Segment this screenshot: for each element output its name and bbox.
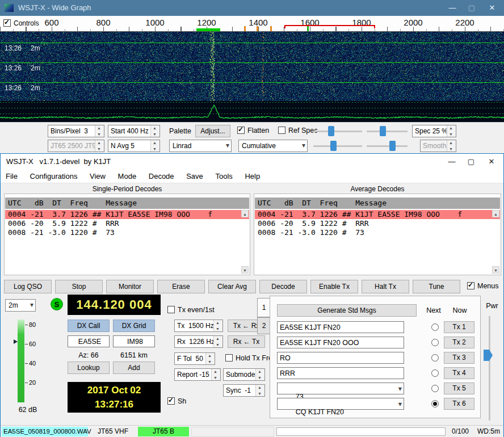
decode-row[interactable]: 0008 -21 -3.0 1220 # 73 xyxy=(255,228,500,237)
generate-std-msgs-button[interactable]: Generate Std Msgs xyxy=(277,304,417,317)
slider-handle[interactable] xyxy=(328,126,334,136)
enable-tx-button[interactable]: Enable Tx xyxy=(310,280,358,293)
checkbox-box[interactable] xyxy=(278,127,285,134)
pwr-slider-groove[interactable] xyxy=(489,316,490,421)
controls-checkbox[interactable]: Controls xyxy=(3,19,39,27)
checkbox-box[interactable] xyxy=(225,354,233,362)
tx5-message-combo[interactable]: 73 ▾ xyxy=(277,383,404,394)
ref-spec-checkbox[interactable]: Ref Spec xyxy=(278,127,317,135)
tx3-message-field[interactable]: RO xyxy=(277,352,404,364)
minimize-button[interactable]: — xyxy=(442,154,461,170)
erase-button[interactable]: Erase xyxy=(157,280,205,293)
tx4-button[interactable]: Tx 4 xyxy=(444,367,474,379)
n-avg-spinner[interactable]: N Avg 5 xyxy=(108,140,160,152)
menus-checkbox[interactable]: Menus xyxy=(467,282,499,290)
tab-2[interactable]: 2 xyxy=(257,317,270,334)
tx2-message-field[interactable]: EA5SE K1JT FN20 OOO xyxy=(277,337,404,348)
decode-table[interactable]: 0004 -21 3.7 1226 ## K1JT EA5SE IM98 OOO… xyxy=(255,210,500,274)
menu-help[interactable]: Help xyxy=(240,170,265,180)
spin-arrows-icon[interactable] xyxy=(211,369,220,380)
checkbox-box[interactable] xyxy=(167,397,175,405)
menu-decode[interactable]: Decode xyxy=(144,170,179,180)
zero2-slider[interactable] xyxy=(367,140,408,152)
tx4-message-field[interactable]: RRR xyxy=(277,367,404,379)
dx-grid-button[interactable]: DX Grid xyxy=(113,320,155,332)
gain-slider[interactable] xyxy=(313,125,362,137)
decode-row[interactable]: 0004 -21 3.7 1226 ## K1JT EA5SE IM98 OOO… xyxy=(255,210,500,219)
main-titlebar[interactable]: WSJT-X v1.7.1-devel by K1JT — ▢ ✕ xyxy=(1,154,503,170)
menu-save[interactable]: Save xyxy=(181,170,208,180)
spin-arrows-icon[interactable] xyxy=(447,125,456,137)
waterfall[interactable]: 13:262m 13:262m 13:262m xyxy=(0,32,504,122)
spin-arrows-icon[interactable] xyxy=(213,336,222,347)
menu-tools[interactable]: Tools xyxy=(210,170,237,180)
wide-graph-titlebar[interactable]: WSJT-X - Wide Graph — ▢ ✕ xyxy=(0,0,504,16)
clear-avg-button[interactable]: Clear Avg xyxy=(208,280,256,293)
close-button[interactable]: ✕ xyxy=(482,154,501,170)
add-button[interactable]: Add xyxy=(113,362,155,374)
halt-tx-button[interactable]: Halt Tx xyxy=(362,280,409,293)
checkbox-box[interactable] xyxy=(237,127,245,134)
decode-row[interactable]: 0008 -21 -3.0 1220 # 73 xyxy=(5,228,249,237)
stop-button[interactable]: Stop xyxy=(55,280,103,293)
rx-freq-marker[interactable] xyxy=(196,28,220,31)
spin-arrows-icon[interactable] xyxy=(255,385,264,396)
scrollbar[interactable]: ▲▼ xyxy=(492,210,499,274)
submode-spinner[interactable]: Submode B xyxy=(223,368,265,381)
sync-spinner[interactable]: Sync -1 xyxy=(223,384,265,397)
f-tol-spinner[interactable]: F Tol 50 xyxy=(174,352,215,365)
tx2-button[interactable]: Tx 2 xyxy=(444,337,474,348)
log-qso-button[interactable]: Log QSO xyxy=(4,280,52,293)
scroll-down-icon[interactable]: ▼ xyxy=(492,266,499,274)
spin-arrows-icon[interactable] xyxy=(150,140,159,152)
hold-tx-freq-checkbox[interactable]: Hold Tx Freq xyxy=(225,354,276,362)
tx2-radio[interactable] xyxy=(431,339,439,346)
slider-handle[interactable] xyxy=(330,141,337,151)
scroll-down-icon[interactable]: ▼ xyxy=(241,266,249,274)
bins-per-pixel-spinner[interactable]: Bins/Pixel 3 xyxy=(48,125,104,137)
sh-checkbox[interactable]: Sh xyxy=(167,397,186,405)
lookup-button[interactable]: Lookup xyxy=(68,362,110,374)
tx6-message-combo[interactable]: CQ K1JT FN20 ▾ xyxy=(277,398,404,410)
menu-view[interactable]: View xyxy=(85,170,111,180)
tx3-button[interactable]: Tx 3 xyxy=(444,352,474,364)
decode-row[interactable]: 0004 -21 3.7 1226 ## K1JT EA5SE IM98 OOO… xyxy=(5,210,249,219)
checkbox-box[interactable] xyxy=(167,306,175,313)
scrollbar[interactable]: ▲▼ xyxy=(241,210,249,274)
gain2-slider[interactable] xyxy=(313,140,362,152)
tx6-radio[interactable] xyxy=(431,400,439,407)
tx5-button[interactable]: Tx 5 xyxy=(444,383,474,394)
tx1-radio[interactable] xyxy=(431,323,439,331)
waterfall-canvas[interactable] xyxy=(0,32,504,122)
maximize-button[interactable]: ▢ xyxy=(461,154,481,170)
close-button[interactable]: ✕ xyxy=(482,0,502,16)
spin-arrows-icon[interactable] xyxy=(255,369,264,380)
spin-arrows-icon[interactable] xyxy=(213,320,222,331)
checkbox-box[interactable] xyxy=(3,19,11,27)
checkbox-box[interactable] xyxy=(467,282,474,289)
scroll-up-icon[interactable]: ▲ xyxy=(492,210,499,217)
spin-arrows-icon[interactable] xyxy=(150,125,159,137)
menu-configurations[interactable]: Configurations xyxy=(25,170,83,180)
tx1-message-field[interactable]: EA5SE K1JT FN20 xyxy=(277,321,404,333)
dx-call-button[interactable]: DX Call xyxy=(68,320,110,332)
adjust-button[interactable]: Adjust... xyxy=(195,125,230,137)
display-mode-combobox[interactable]: Cumulative▾ xyxy=(238,140,308,152)
dx-call-field[interactable]: EA5SE xyxy=(68,335,110,347)
spin-arrows-icon[interactable] xyxy=(205,353,215,364)
decode-row[interactable]: 0006 -20 5.9 1222 # RRR xyxy=(255,219,500,228)
decode-button[interactable]: Decode xyxy=(259,280,307,293)
slider-handle[interactable] xyxy=(389,141,396,151)
tx5-radio[interactable] xyxy=(431,385,439,392)
tx1-button[interactable]: Tx 1 xyxy=(444,321,474,333)
report-spinner[interactable]: Report -15 xyxy=(174,368,221,381)
tx-even-checkbox[interactable]: Tx even/1st xyxy=(167,306,215,314)
decode-row[interactable]: 0006 -20 5.9 1222 # RRR xyxy=(5,219,249,228)
decode-table[interactable]: 0004 -21 3.7 1226 ## K1JT EA5SE IM98 OOO… xyxy=(5,210,249,274)
zero-slider[interactable] xyxy=(367,125,408,137)
spec-percent-spinner[interactable]: Spec 25 % xyxy=(412,125,456,137)
rx-freq-spinner[interactable]: Rx 1226 Hz xyxy=(174,335,223,348)
tab-1[interactable]: 1 xyxy=(257,298,270,317)
menu-mode[interactable]: Mode xyxy=(113,170,142,180)
maximize-button[interactable]: ▢ xyxy=(462,0,481,16)
